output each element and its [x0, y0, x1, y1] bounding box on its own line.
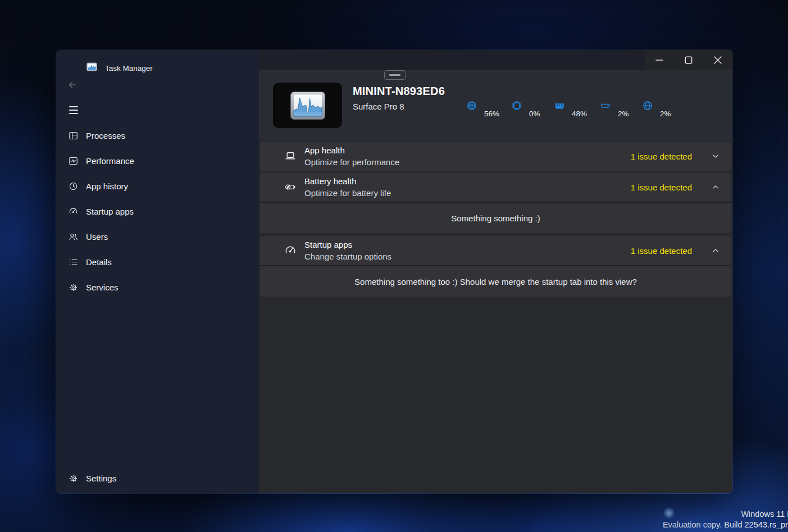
- caption-buttons: [645, 50, 732, 70]
- details-icon: [68, 257, 79, 267]
- network-icon: [641, 99, 654, 114]
- gpu-icon: [511, 99, 523, 114]
- app-health-row[interactable]: App health Optimize for performance 1 is…: [260, 142, 731, 171]
- network-usage-value: 2%: [660, 110, 671, 118]
- issue-badge: 1 issue detected: [631, 246, 692, 256]
- task-manager-window: Task Manager: [56, 49, 733, 494]
- app-logo-row: Task Manager: [86, 62, 153, 74]
- users-icon: [68, 231, 79, 242]
- desktop: Windows 11 P Evaluation copy. Build 2254…: [0, 0, 788, 532]
- sidebar-item-startup-apps[interactable]: Startup apps: [56, 199, 259, 224]
- task-manager-tile-icon: [273, 83, 342, 128]
- sidebar: Task Manager: [56, 50, 259, 493]
- cpu-usage-stat: 56%: [466, 99, 499, 114]
- section-subtitle: Optimize for battery life: [304, 187, 391, 199]
- services-icon: [68, 282, 79, 293]
- section-title: Startup apps: [304, 239, 391, 251]
- startup-apps-detail: Something something too :) Should we mer…: [260, 266, 731, 297]
- network-usage-stat: 2%: [641, 99, 671, 114]
- sidebar-item-users[interactable]: Users: [56, 224, 259, 249]
- main-panel: MININT-N893ED6 Surface Pro 8 56%: [259, 50, 732, 493]
- gpu-usage-stat: 0%: [511, 99, 540, 114]
- watermark-line2: Evaluation copy. Build 22543.rs_pre: [663, 520, 788, 530]
- gear-icon: [68, 473, 79, 484]
- health-sections: App health Optimize for performance 1 is…: [260, 142, 731, 297]
- cpu-icon: [466, 99, 478, 114]
- back-button[interactable]: [66, 79, 79, 92]
- window-drag-handle[interactable]: [384, 70, 406, 80]
- close-button[interactable]: [703, 50, 732, 70]
- sidebar-nav: Processes Performance: [56, 123, 259, 300]
- watermark-line1: Windows 11 P: [663, 509, 788, 520]
- laptop-icon: [284, 149, 297, 163]
- sidebar-item-details[interactable]: Details: [56, 249, 259, 275]
- sidebar-item-label: Details: [86, 257, 112, 267]
- sidebar-item-label: Settings: [86, 474, 116, 483]
- startup-apps-row[interactable]: Startup apps Change startup options 1 is…: [260, 236, 731, 265]
- chevron-up-icon: [711, 246, 720, 255]
- disk-icon: [599, 99, 612, 114]
- sidebar-item-label: Processes: [86, 131, 125, 140]
- battery-health-row[interactable]: Battery health Optimize for battery life…: [260, 172, 731, 202]
- sidebar-item-label: Services: [86, 283, 119, 292]
- device-model: Surface Pro 8: [353, 102, 404, 111]
- app-title: Task Manager: [105, 64, 153, 72]
- processes-icon: [68, 130, 79, 141]
- section-app-health: App health Optimize for performance 1 is…: [260, 142, 731, 171]
- sidebar-item-performance[interactable]: Performance: [56, 148, 259, 174]
- evaluation-watermark: Windows 11 P Evaluation copy. Build 2254…: [663, 509, 788, 530]
- performance-icon: [68, 156, 79, 166]
- memory-usage-stat: 48%: [553, 99, 587, 114]
- app-history-icon: [68, 181, 79, 192]
- chevron-down-icon: [711, 152, 720, 161]
- maximize-button[interactable]: [674, 50, 703, 70]
- sidebar-item-services[interactable]: Services: [56, 275, 259, 300]
- section-title: App health: [304, 144, 399, 156]
- sidebar-item-processes[interactable]: Processes: [56, 123, 259, 148]
- sidebar-item-label: Users: [86, 232, 108, 242]
- startup-apps-icon: [68, 206, 79, 217]
- section-subtitle: Change startup options: [304, 251, 391, 262]
- chevron-up-icon: [711, 183, 720, 192]
- cpu-usage-value: 56%: [484, 110, 499, 118]
- section-title: Battery health: [304, 175, 391, 187]
- task-manager-logo-icon: [86, 62, 97, 74]
- device-name: MININT-N893ED6: [353, 85, 445, 98]
- device-header: MININT-N893ED6 Surface Pro 8 56%: [259, 70, 732, 140]
- disk-usage-stat: 2%: [599, 99, 629, 114]
- menu-toggle-button[interactable]: [69, 106, 79, 114]
- issue-badge: 1 issue detected: [631, 183, 692, 192]
- section-startup-apps: Startup apps Change startup options 1 is…: [260, 236, 731, 297]
- battery-health-detail: Something something :): [260, 203, 731, 233]
- titlebar[interactable]: [259, 50, 732, 70]
- sidebar-item-label: Startup apps: [86, 207, 134, 216]
- disk-usage-value: 2%: [618, 110, 629, 118]
- section-battery-health: Battery health Optimize for battery life…: [260, 172, 731, 233]
- issue-badge: 1 issue detected: [631, 152, 692, 161]
- memory-usage-value: 48%: [572, 110, 587, 118]
- sidebar-item-label: App history: [86, 181, 128, 191]
- battery-eco-icon: [284, 180, 297, 194]
- sidebar-item-label: Performance: [86, 156, 134, 166]
- minimize-button[interactable]: [645, 50, 674, 70]
- gpu-usage-value: 0%: [529, 110, 540, 118]
- sidebar-item-app-history[interactable]: App history: [56, 174, 259, 199]
- memory-icon: [553, 99, 566, 114]
- gauge-icon: [284, 244, 297, 257]
- section-subtitle: Optimize for performance: [304, 156, 399, 168]
- sidebar-item-settings[interactable]: Settings: [56, 466, 259, 491]
